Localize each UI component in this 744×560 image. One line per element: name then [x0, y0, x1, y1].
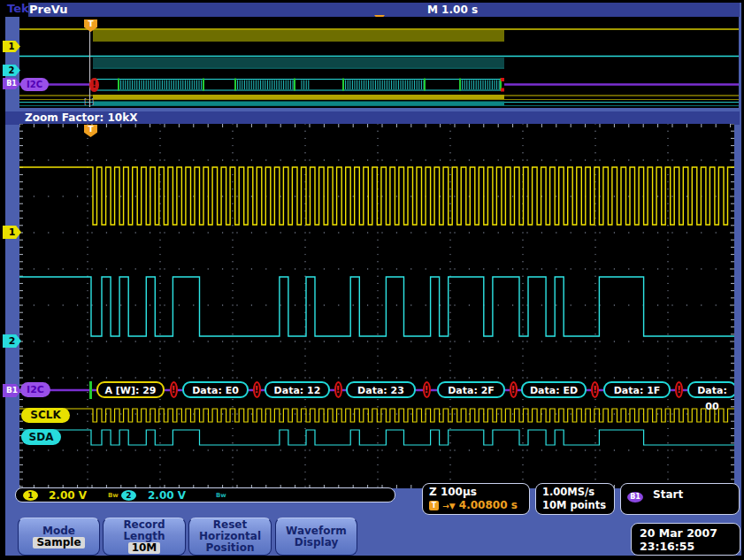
zoom-prefix: Z	[429, 486, 437, 498]
ch2-sda-analog-trace	[19, 277, 734, 336]
delay-value: 4.00800 s	[459, 499, 518, 511]
menu-button-label: Display	[295, 537, 338, 548]
zoom-timebase-box: Z 100µs T →▼ 4.00800 s	[422, 483, 530, 515]
timebase-readout: M 1.00 s	[427, 4, 478, 16]
tek-logo: Tek	[7, 2, 29, 15]
bus-label: I2C	[20, 382, 50, 397]
sda-label: SDA	[21, 429, 61, 445]
logo-area: Tek	[5, 0, 28, 17]
decode-error-icon: !	[591, 381, 599, 398]
ch2-bandwidth-icon: Bw	[216, 492, 226, 499]
sda-digital-trace	[19, 430, 734, 445]
decode-error-icon: !	[423, 381, 431, 398]
ch1-sclk-analog-trace	[19, 167, 734, 225]
decode-data-box: Data: 2F	[437, 381, 505, 398]
zoom-factor-bar: Zoom Factor: 10kX	[5, 111, 740, 125]
delay-arrow-icon: →▼	[442, 502, 455, 510]
zoom-region-bracket-icon: [-]	[84, 98, 95, 106]
acquisition-box: 1.00MS/s 10M points	[535, 483, 615, 515]
date-readout: 20 Mar 2007	[640, 526, 732, 540]
trigger-icon: T	[429, 501, 439, 510]
decode-error-icon: !	[170, 381, 178, 398]
menu-button-reset[interactable]: ResetHorizontalPosition	[188, 518, 272, 556]
record-points-readout: 10M points	[542, 499, 608, 512]
overview-error-icon: !	[89, 78, 99, 92]
trigger-delay-readout: T →▼ 4.00800 s	[429, 499, 523, 513]
menu-button-label: Mode	[42, 525, 75, 537]
decode-data-box: Data: E0	[182, 381, 249, 398]
main-waveform-window: T A [W]: 29Data: E0Data: 12Data: 23Data:…	[19, 124, 734, 488]
menu-button-waveform[interactable]: WaveformDisplay	[275, 518, 357, 556]
zoom-scale-readout: Z 100µs	[429, 486, 523, 499]
menu-button-label: Waveform	[286, 525, 347, 537]
bus-badge-icon: B1	[627, 492, 643, 502]
zoom-factor-label: Zoom Factor: 10kX	[25, 111, 137, 124]
top-status-bar	[5, 3, 740, 17]
ch2-scale-readout: 2.00 V	[148, 489, 186, 502]
menu-button-label: Position	[206, 542, 255, 554]
decode-data-box: Data: 12	[265, 381, 330, 398]
decode-data-box: Data: ED	[521, 381, 587, 398]
decode-data-box: Data: 23	[346, 381, 416, 398]
overview-bus-label: I2C	[20, 78, 49, 91]
decode-data-box: Data: 00	[687, 381, 734, 398]
decode-error-icon: !	[253, 381, 261, 398]
decode-error-icon: !	[675, 381, 683, 398]
ch1-bandwidth-icon: Bw	[108, 492, 119, 499]
zoom-scale-value: 100µs	[441, 486, 477, 498]
i2c-start-condition-marker	[89, 381, 92, 399]
ch1-scale-readout: 2.00 V	[49, 489, 87, 502]
decode-address-box: A [W]: 29	[96, 381, 165, 398]
datetime-box: 20 Mar 2007 23:16:55	[631, 523, 740, 556]
decode-data-box: Data: 1F	[603, 381, 671, 398]
decode-error-icon: !	[510, 381, 518, 398]
channel-readout-bar: 1 2.00 V Bw 2 2.00 V Bw	[15, 487, 395, 502]
acquisition-status: PreVu	[29, 3, 68, 16]
waveform-overview	[19, 17, 739, 108]
oscilloscope-screen: Tek PreVu M 1.00 s 1 2 B1 I2C T ! [-] Zo…	[0, 0, 744, 560]
sclk-digital-trace	[19, 409, 734, 422]
menu-button-value: Sample	[33, 537, 84, 548]
time-readout: 23:16:55	[640, 540, 732, 553]
ch2-badge-icon: 2	[121, 490, 136, 501]
overview-waveforms	[19, 17, 739, 108]
decode-error-icon: !	[334, 381, 342, 398]
waveform-traces	[19, 124, 734, 488]
sample-rate-readout: 1.00MS/s	[542, 486, 608, 499]
ch1-badge-icon: 1	[23, 490, 38, 501]
menu-button-mode[interactable]: ModeSample	[18, 518, 100, 556]
bus-trigger-label: Start	[653, 488, 683, 501]
sclk-label: SCLK	[21, 408, 70, 423]
bus-trigger-box: B1 Start	[620, 483, 740, 515]
menu-button-record[interactable]: RecordLength10M	[103, 518, 186, 556]
menu-button-value: 10M	[128, 542, 161, 554]
